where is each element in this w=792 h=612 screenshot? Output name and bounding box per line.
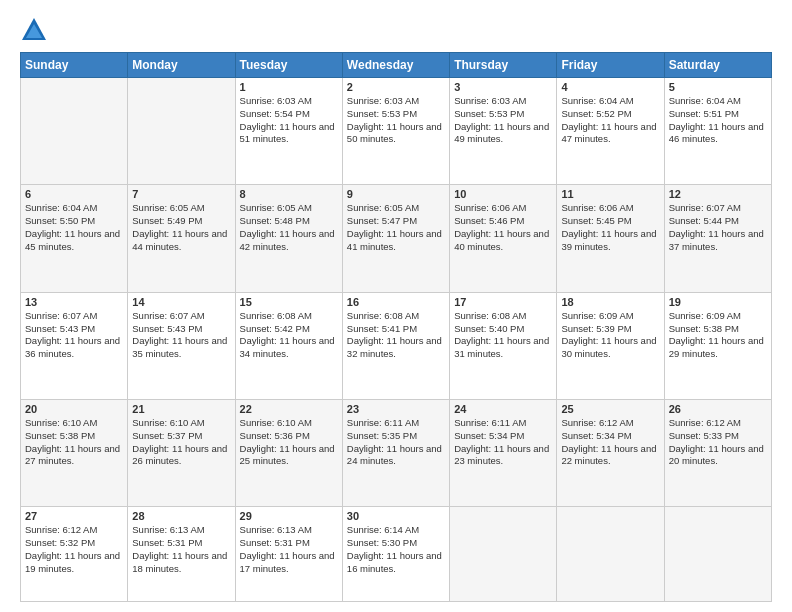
- day-cell: 26Sunrise: 6:12 AMSunset: 5:33 PMDayligh…: [664, 400, 771, 507]
- day-details: Sunrise: 6:10 AMSunset: 5:37 PMDaylight:…: [132, 417, 227, 466]
- day-number: 1: [240, 81, 338, 93]
- day-number: 25: [561, 403, 659, 415]
- day-number: 14: [132, 296, 230, 308]
- day-details: Sunrise: 6:03 AMSunset: 5:54 PMDaylight:…: [240, 95, 335, 144]
- day-number: 10: [454, 188, 552, 200]
- day-details: Sunrise: 6:12 AMSunset: 5:32 PMDaylight:…: [25, 524, 120, 573]
- day-details: Sunrise: 6:04 AMSunset: 5:50 PMDaylight:…: [25, 202, 120, 251]
- day-details: Sunrise: 6:13 AMSunset: 5:31 PMDaylight:…: [240, 524, 335, 573]
- day-details: Sunrise: 6:11 AMSunset: 5:34 PMDaylight:…: [454, 417, 549, 466]
- day-cell: 22Sunrise: 6:10 AMSunset: 5:36 PMDayligh…: [235, 400, 342, 507]
- day-details: Sunrise: 6:11 AMSunset: 5:35 PMDaylight:…: [347, 417, 442, 466]
- day-details: Sunrise: 6:04 AMSunset: 5:52 PMDaylight:…: [561, 95, 656, 144]
- page: SundayMondayTuesdayWednesdayThursdayFrid…: [0, 0, 792, 612]
- logo: [20, 16, 52, 44]
- week-row-2: 6Sunrise: 6:04 AMSunset: 5:50 PMDaylight…: [21, 185, 772, 292]
- day-details: Sunrise: 6:08 AMSunset: 5:41 PMDaylight:…: [347, 310, 442, 359]
- day-details: Sunrise: 6:07 AMSunset: 5:43 PMDaylight:…: [132, 310, 227, 359]
- day-cell: 3Sunrise: 6:03 AMSunset: 5:53 PMDaylight…: [450, 78, 557, 185]
- day-details: Sunrise: 6:06 AMSunset: 5:46 PMDaylight:…: [454, 202, 549, 251]
- day-cell: 15Sunrise: 6:08 AMSunset: 5:42 PMDayligh…: [235, 292, 342, 399]
- day-cell: [557, 507, 664, 602]
- day-cell: 1Sunrise: 6:03 AMSunset: 5:54 PMDaylight…: [235, 78, 342, 185]
- day-details: Sunrise: 6:12 AMSunset: 5:33 PMDaylight:…: [669, 417, 764, 466]
- day-cell: 18Sunrise: 6:09 AMSunset: 5:39 PMDayligh…: [557, 292, 664, 399]
- day-number: 29: [240, 510, 338, 522]
- day-cell: 21Sunrise: 6:10 AMSunset: 5:37 PMDayligh…: [128, 400, 235, 507]
- day-cell: 13Sunrise: 6:07 AMSunset: 5:43 PMDayligh…: [21, 292, 128, 399]
- day-number: 17: [454, 296, 552, 308]
- day-cell: 30Sunrise: 6:14 AMSunset: 5:30 PMDayligh…: [342, 507, 449, 602]
- day-number: 7: [132, 188, 230, 200]
- week-row-4: 20Sunrise: 6:10 AMSunset: 5:38 PMDayligh…: [21, 400, 772, 507]
- day-cell: 16Sunrise: 6:08 AMSunset: 5:41 PMDayligh…: [342, 292, 449, 399]
- day-cell: 24Sunrise: 6:11 AMSunset: 5:34 PMDayligh…: [450, 400, 557, 507]
- day-number: 30: [347, 510, 445, 522]
- day-number: 26: [669, 403, 767, 415]
- day-details: Sunrise: 6:03 AMSunset: 5:53 PMDaylight:…: [347, 95, 442, 144]
- day-cell: 5Sunrise: 6:04 AMSunset: 5:51 PMDaylight…: [664, 78, 771, 185]
- day-cell: 11Sunrise: 6:06 AMSunset: 5:45 PMDayligh…: [557, 185, 664, 292]
- day-cell: [450, 507, 557, 602]
- day-number: 5: [669, 81, 767, 93]
- day-number: 16: [347, 296, 445, 308]
- col-header-wednesday: Wednesday: [342, 53, 449, 78]
- day-number: 12: [669, 188, 767, 200]
- day-number: 6: [25, 188, 123, 200]
- day-cell: 6Sunrise: 6:04 AMSunset: 5:50 PMDaylight…: [21, 185, 128, 292]
- day-number: 18: [561, 296, 659, 308]
- day-number: 28: [132, 510, 230, 522]
- day-cell: 4Sunrise: 6:04 AMSunset: 5:52 PMDaylight…: [557, 78, 664, 185]
- day-details: Sunrise: 6:09 AMSunset: 5:39 PMDaylight:…: [561, 310, 656, 359]
- day-cell: 29Sunrise: 6:13 AMSunset: 5:31 PMDayligh…: [235, 507, 342, 602]
- day-cell: 14Sunrise: 6:07 AMSunset: 5:43 PMDayligh…: [128, 292, 235, 399]
- day-cell: 9Sunrise: 6:05 AMSunset: 5:47 PMDaylight…: [342, 185, 449, 292]
- week-row-1: 1Sunrise: 6:03 AMSunset: 5:54 PMDaylight…: [21, 78, 772, 185]
- day-cell: 2Sunrise: 6:03 AMSunset: 5:53 PMDaylight…: [342, 78, 449, 185]
- day-details: Sunrise: 6:09 AMSunset: 5:38 PMDaylight:…: [669, 310, 764, 359]
- day-number: 15: [240, 296, 338, 308]
- day-details: Sunrise: 6:04 AMSunset: 5:51 PMDaylight:…: [669, 95, 764, 144]
- day-details: Sunrise: 6:06 AMSunset: 5:45 PMDaylight:…: [561, 202, 656, 251]
- day-details: Sunrise: 6:10 AMSunset: 5:36 PMDaylight:…: [240, 417, 335, 466]
- day-cell: 25Sunrise: 6:12 AMSunset: 5:34 PMDayligh…: [557, 400, 664, 507]
- day-number: 23: [347, 403, 445, 415]
- day-cell: 23Sunrise: 6:11 AMSunset: 5:35 PMDayligh…: [342, 400, 449, 507]
- day-cell: 7Sunrise: 6:05 AMSunset: 5:49 PMDaylight…: [128, 185, 235, 292]
- day-number: 4: [561, 81, 659, 93]
- col-header-saturday: Saturday: [664, 53, 771, 78]
- day-cell: 19Sunrise: 6:09 AMSunset: 5:38 PMDayligh…: [664, 292, 771, 399]
- day-number: 21: [132, 403, 230, 415]
- day-details: Sunrise: 6:12 AMSunset: 5:34 PMDaylight:…: [561, 417, 656, 466]
- header-row: SundayMondayTuesdayWednesdayThursdayFrid…: [21, 53, 772, 78]
- week-row-3: 13Sunrise: 6:07 AMSunset: 5:43 PMDayligh…: [21, 292, 772, 399]
- calendar-table: SundayMondayTuesdayWednesdayThursdayFrid…: [20, 52, 772, 602]
- day-number: 9: [347, 188, 445, 200]
- day-cell: 12Sunrise: 6:07 AMSunset: 5:44 PMDayligh…: [664, 185, 771, 292]
- day-cell: 8Sunrise: 6:05 AMSunset: 5:48 PMDaylight…: [235, 185, 342, 292]
- day-cell: [21, 78, 128, 185]
- day-number: 24: [454, 403, 552, 415]
- col-header-thursday: Thursday: [450, 53, 557, 78]
- day-cell: [664, 507, 771, 602]
- day-details: Sunrise: 6:05 AMSunset: 5:49 PMDaylight:…: [132, 202, 227, 251]
- day-number: 22: [240, 403, 338, 415]
- day-cell: 20Sunrise: 6:10 AMSunset: 5:38 PMDayligh…: [21, 400, 128, 507]
- header: [20, 16, 772, 44]
- day-details: Sunrise: 6:08 AMSunset: 5:42 PMDaylight:…: [240, 310, 335, 359]
- day-details: Sunrise: 6:07 AMSunset: 5:44 PMDaylight:…: [669, 202, 764, 251]
- day-number: 3: [454, 81, 552, 93]
- col-header-sunday: Sunday: [21, 53, 128, 78]
- day-details: Sunrise: 6:05 AMSunset: 5:47 PMDaylight:…: [347, 202, 442, 251]
- day-number: 19: [669, 296, 767, 308]
- day-cell: 17Sunrise: 6:08 AMSunset: 5:40 PMDayligh…: [450, 292, 557, 399]
- day-number: 13: [25, 296, 123, 308]
- day-number: 2: [347, 81, 445, 93]
- day-number: 11: [561, 188, 659, 200]
- logo-icon: [20, 16, 48, 44]
- day-details: Sunrise: 6:05 AMSunset: 5:48 PMDaylight:…: [240, 202, 335, 251]
- day-details: Sunrise: 6:13 AMSunset: 5:31 PMDaylight:…: [132, 524, 227, 573]
- day-number: 27: [25, 510, 123, 522]
- col-header-monday: Monday: [128, 53, 235, 78]
- day-cell: [128, 78, 235, 185]
